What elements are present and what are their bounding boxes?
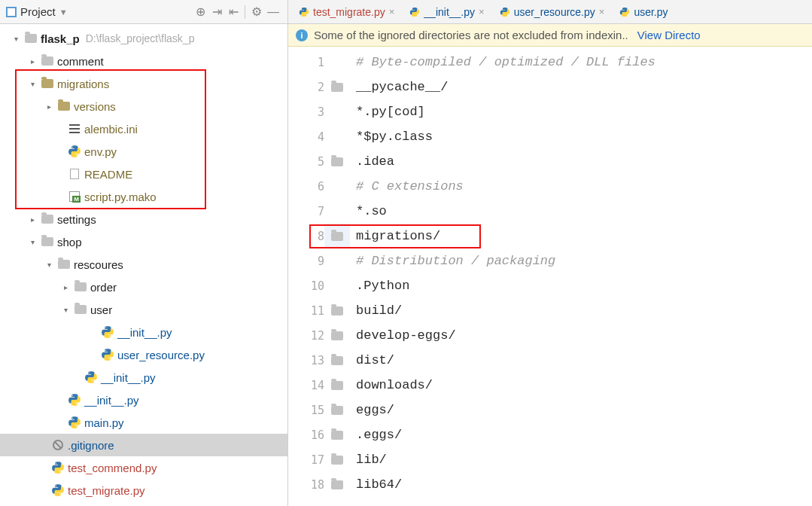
svg-point-6: [88, 373, 89, 373]
code-line[interactable]: 17lib/: [288, 447, 812, 472]
python-icon: [68, 393, 81, 407]
tree-item-migrations[interactable]: ▾ migrations: [0, 72, 287, 95]
code-line[interactable]: 10.Python: [288, 273, 812, 298]
chevron-down-icon[interactable]: ▾: [60, 306, 71, 314]
python-icon: [51, 483, 65, 497]
code-text: develop-eggs/: [350, 328, 456, 343]
tab-user-resource[interactable]: user_resource.py ×: [492, 0, 613, 23]
code-line[interactable]: 3*.py[cod]: [288, 99, 812, 124]
chevron-down-icon[interactable]: ▾: [27, 238, 38, 246]
code-line[interactable]: 18lib64/: [288, 472, 812, 497]
line-number: 11: [288, 304, 324, 318]
gutter-icon: [324, 331, 350, 340]
python-icon: [68, 416, 81, 429]
close-icon[interactable]: ×: [389, 6, 395, 17]
code-line[interactable]: 11build/: [288, 298, 812, 323]
tree-item-env[interactable]: env.py: [0, 140, 287, 163]
code-text: __pycache__/: [350, 80, 448, 94]
tree-root[interactable]: ▾ flask_p D:\flask_project\flask_p: [0, 27, 287, 50]
code-text: *$py.class: [350, 130, 433, 144]
editor-area: test_migrate.py × __init__.py × user_res…: [288, 0, 812, 506]
tab-init[interactable]: __init__.py ×: [402, 0, 491, 23]
code-line[interactable]: 4*$py.class: [288, 124, 812, 149]
tree-item-gitignore[interactable]: .gitignore: [0, 434, 287, 456]
tree-item-versions[interactable]: ▸ versions: [0, 95, 287, 117]
line-number: 15: [288, 404, 324, 417]
code-line[interactable]: 7*.so: [288, 199, 812, 224]
code-line[interactable]: 15eggs/: [288, 398, 812, 422]
tree-item-comment[interactable]: ▸ comment: [0, 50, 287, 72]
svg-point-0: [71, 147, 72, 148]
chevron-down-icon[interactable]: ▾: [27, 80, 38, 88]
chevron-right-icon[interactable]: ▸: [44, 102, 54, 111]
code-line[interactable]: 9# Distribution / packaging: [288, 248, 812, 273]
project-icon: [6, 7, 17, 17]
expand-icon[interactable]: ⇥: [208, 4, 225, 20]
project-tree[interactable]: ▾ flask_p D:\flask_project\flask_p ▸ com…: [0, 24, 287, 504]
code-editor[interactable]: 1# Byte-compiled / optimized / DLL files…: [288, 47, 812, 497]
close-icon[interactable]: ×: [479, 6, 485, 17]
gear-icon[interactable]: ⚙: [248, 4, 265, 20]
python-icon: [500, 7, 510, 17]
gutter-icon: [324, 83, 350, 92]
line-number: 10: [288, 279, 324, 293]
svg-point-1: [76, 155, 77, 156]
code-line[interactable]: 5.idea: [288, 149, 812, 174]
code-line[interactable]: 13dist/: [288, 348, 812, 373]
code-line[interactable]: 2__pycache__/: [288, 75, 812, 99]
tree-item-user-init[interactable]: __init__.py: [0, 321, 287, 343]
chevron-right-icon[interactable]: ▸: [27, 215, 38, 224]
code-text: .eggs/: [350, 428, 402, 442]
chevron-down-icon[interactable]: ▾: [44, 261, 54, 269]
code-text: build/: [350, 303, 402, 318]
tree-item-script-mako[interactable]: script.py.mako: [0, 185, 287, 208]
tree-item-order[interactable]: ▸ order: [0, 276, 287, 298]
tab-test-migrate[interactable]: test_migrate.py ×: [291, 0, 402, 23]
tree-item-shop-init[interactable]: __init__.py: [0, 389, 287, 411]
chevron-down-icon[interactable]: ▾: [11, 35, 21, 43]
svg-point-2: [105, 328, 105, 328]
tree-item-user[interactable]: ▾ user: [0, 298, 287, 321]
code-line[interactable]: 6# C extensions: [288, 174, 812, 199]
line-number: 4: [288, 130, 324, 144]
project-dropdown[interactable]: Project ▼: [6, 5, 68, 18]
gutter-icon: [324, 480, 350, 489]
svg-point-10: [71, 418, 72, 419]
chevron-right-icon[interactable]: ▸: [27, 57, 38, 66]
code-line[interactable]: 1# Byte-compiled / optimized / DLL files: [288, 50, 812, 75]
svg-point-14: [55, 486, 56, 486]
tree-item-rescoures[interactable]: ▾ rescoures: [0, 253, 287, 276]
project-label: Project: [20, 5, 56, 18]
code-line[interactable]: 8migrations/: [288, 224, 812, 248]
python-icon: [409, 7, 420, 17]
tree-item-shop[interactable]: ▾ shop: [0, 230, 287, 253]
notification-text: Some of the ignored directories are not …: [314, 29, 628, 41]
line-number: 12: [288, 329, 324, 343]
code-line[interactable]: 14downloads/: [288, 373, 812, 398]
tree-item-rescoures-init[interactable]: __init__.py: [0, 366, 287, 389]
notification-link[interactable]: View Directo: [637, 29, 701, 41]
code-text: .idea: [350, 154, 394, 169]
tree-item-settings[interactable]: ▸ settings: [0, 208, 287, 230]
tree-item-readme[interactable]: README: [0, 163, 287, 185]
editor-tabs: test_migrate.py × __init__.py × user_res…: [288, 0, 812, 24]
tree-item-test-migrate[interactable]: test_migrate.py: [0, 479, 287, 501]
chevron-right-icon[interactable]: ▸: [60, 283, 71, 291]
locate-icon[interactable]: ⊕: [192, 4, 208, 20]
line-number: 16: [288, 428, 324, 442]
code-text: # Distribution / packaging: [350, 254, 555, 268]
code-line[interactable]: 12develop-eggs/: [288, 323, 812, 348]
tree-item-main[interactable]: main.py: [0, 411, 287, 434]
tree-item-test-commend[interactable]: test_commend.py: [0, 456, 287, 479]
minimize-icon[interactable]: —: [265, 4, 281, 20]
collapse-icon[interactable]: ⇤: [225, 4, 242, 20]
tree-item-user-resource[interactable]: user_resource.py: [0, 343, 287, 366]
code-text: # C extensions: [350, 179, 464, 194]
chevron-down-icon: ▼: [59, 8, 68, 17]
gutter-icon: [324, 157, 350, 166]
tab-user[interactable]: user.py: [612, 0, 675, 23]
code-text: lib64/: [350, 477, 402, 492]
tree-item-alembic[interactable]: alembic.ini: [0, 117, 287, 140]
close-icon[interactable]: ×: [599, 6, 605, 17]
code-line[interactable]: 16.eggs/: [288, 422, 812, 447]
